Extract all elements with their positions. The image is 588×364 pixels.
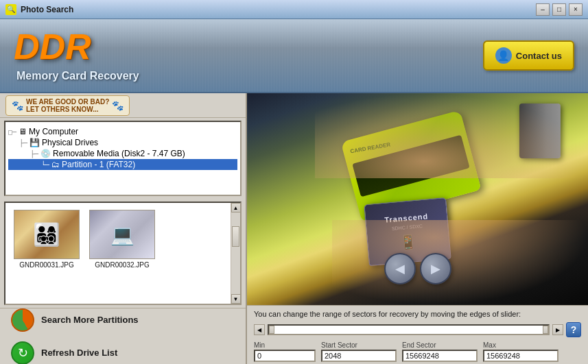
contact-icon: 👤 [495,47,512,64]
badge-bar: 🐾 WE ARE GOOD OR BAD? LET OTHERS KNOW...… [0,93,246,118]
sd-logo: 📱 [399,233,418,251]
start-sector-group: Start Sector [321,341,397,362]
drive-icon: 💾 [30,138,40,147]
thumbnail-image-2 [89,210,155,259]
left-panel: 🐾 WE ARE GOOD OR BAD? LET OTHERS KNOW...… [0,93,247,364]
partition-tree-icon: 🗂 [51,160,60,169]
badge-line2: LET OTHERS KNOW... [26,106,109,113]
max-group: Max [483,341,558,362]
tree-connector-1: ├─ [19,139,27,147]
maximize-button[interactable]: □ [552,3,566,16]
max-label: Max [483,341,558,349]
refresh-icon: ↻ [11,341,34,365]
slider-thumb-right[interactable] [543,326,548,334]
rating-badge[interactable]: 🐾 WE ARE GOOD OR BAD? LET OTHERS KNOW...… [5,95,130,116]
badge-text: WE ARE GOOD OR BAD? LET OTHERS KNOW... [26,98,109,113]
badge-icon: 🐾 [12,100,23,111]
slider-section: You can change the range of sectors for … [247,305,588,364]
titlebar-controls: – □ × [536,3,583,16]
search-partitions-label: Search More Partitions [41,315,139,325]
partition-icon [11,308,34,332]
close-button[interactable]: × [569,3,583,16]
slider-label: You can change the range of sectors for … [254,310,581,318]
end-sector-group: End Sector [402,341,478,362]
app-icon: 🔍 [5,4,16,15]
tree-item-physical-drives[interactable]: ├─ 💾 Physical Drives [8,137,237,148]
tree-connector-2: ├─ [30,150,38,158]
tree-item-my-computer[interactable]: □─ 🖥 My Computer [8,126,237,137]
tree-label-partition-1: Partition - 1 (FAT32) [62,160,135,169]
tree-item-removable-media[interactable]: ├─ 💿 Removable Media (Disk2 - 7.47 GB) [8,148,237,159]
tree-label-physical-drives: Physical Drives [42,138,98,147]
thumbnail-scrollbar[interactable]: ▲ ▼ [231,203,240,304]
tree-connector-3: └─ [41,161,49,169]
tree-label-my-computer: My Computer [29,127,78,136]
tree-item-partition-1[interactable]: └─ 🗂 Partition - 1 (FAT32) [8,159,237,170]
sd-type: SDHC / SDXC [392,223,423,231]
end-sector-input[interactable] [402,350,478,362]
ddr-logo: DDR [14,26,91,67]
nav-back-button[interactable]: ◀ [384,253,416,284]
slider-right-arrow[interactable]: ▶ [552,324,563,335]
slider-track[interactable] [268,324,550,335]
right-panel: Transcend SDHC / SDXC 📱 ◀ ▶ You can chan… [247,93,588,364]
search-partitions-button[interactable]: Search More Partitions [7,306,239,335]
scroll-thumb[interactable] [232,226,239,247]
scroll-up-arrow[interactable]: ▲ [231,203,241,213]
tree-label-removable-media: Removable Media (Disk2 - 7.47 GB) [53,149,185,158]
end-sector-label: End Sector [402,341,478,349]
scroll-down-arrow[interactable]: ▼ [231,294,241,304]
nav-back-icon: ◀ [395,261,405,276]
min-input[interactable] [254,350,316,362]
file-tree[interactable]: □─ 🖥 My Computer ├─ 💾 Physical Drives ├─… [4,121,242,196]
main-content: 🐾 WE ARE GOOD OR BAD? LET OTHERS KNOW...… [0,93,588,364]
slider-values: Min Start Sector End Sector Max [254,341,581,362]
thumbnail-image-1 [14,210,80,259]
badge-line1: WE ARE GOOD OR BAD? [26,98,109,106]
min-group: Min [254,341,316,362]
bottom-buttons: Search More Partitions ↻ Refresh Drive L… [0,308,246,364]
thumbnail-area[interactable]: GNDR00031.JPG GNDR00032.JPG ▲ ▼ [4,202,242,305]
contact-button[interactable]: 👤 Contact us [483,40,574,71]
nav-forward-icon: ▶ [431,261,440,276]
app-title: Photo Search [21,5,73,14]
min-label: Min [254,341,316,349]
app-subtitle: Memory Card Recovery [16,70,139,82]
refresh-drive-button[interactable]: ↻ Refresh Drive List [7,339,239,365]
titlebar: 🔍 Photo Search – □ × [0,0,588,19]
thumbnail-label-1: GNDR00031.JPG [19,261,73,269]
thumbnail-item-1[interactable]: GNDR00031.JPG [12,210,81,269]
titlebar-left: 🔍 Photo Search [5,4,73,15]
slider-left-arrow[interactable]: ◀ [254,324,265,335]
refresh-drive-label: Refresh Drive List [41,348,117,358]
badge-icon-right: 🐾 [112,100,124,111]
photo-preview: Transcend SDHC / SDXC 📱 ◀ ▶ [247,93,588,305]
slider-thumb-left[interactable] [269,326,274,334]
media-icon: 💿 [40,149,51,158]
slider-track-container: ◀ ▶ ? [254,322,581,337]
thumbnail-label-2: GNDR00032.JPG [95,261,149,269]
sd-brand: Transcend [384,212,429,224]
start-sector-label: Start Sector [321,341,397,349]
help-button[interactable]: ? [566,322,581,337]
start-sector-input[interactable] [321,350,397,362]
header: DDR Memory Card Recovery 👤 Contact us [0,19,588,93]
max-input[interactable] [483,350,558,362]
tree-connector: □─ [8,128,16,136]
usb-plug [519,104,561,158]
preview-nav-controls: ◀ ▶ [384,253,451,284]
nav-forward-button[interactable]: ▶ [420,253,451,284]
thumbnail-item-2[interactable]: GNDR00032.JPG [88,210,156,269]
minimize-button[interactable]: – [536,3,550,16]
scroll-track[interactable] [231,213,240,294]
computer-icon: 🖥 [19,127,27,136]
contact-label: Contact us [516,51,562,61]
